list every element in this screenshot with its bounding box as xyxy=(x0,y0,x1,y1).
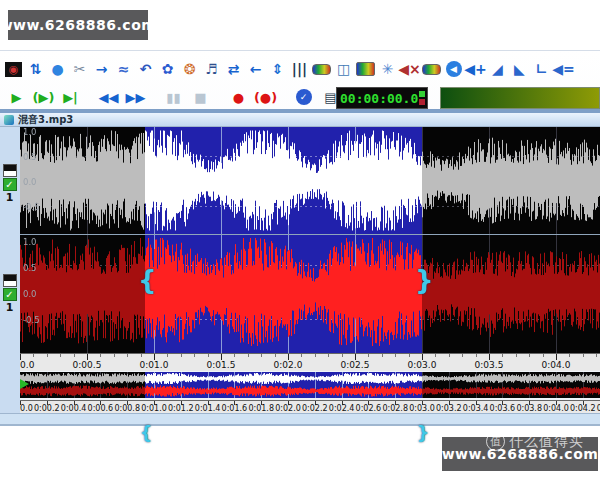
pause-button[interactable]: ▮▮ xyxy=(160,86,187,108)
cut-scissors-icon[interactable]: ✂ xyxy=(69,58,90,81)
gradient-pill-icon-glyph xyxy=(312,64,331,75)
selection-end-handle[interactable]: } xyxy=(415,267,434,293)
color-wheel-icon-glyph: ❂ xyxy=(184,61,196,77)
playback-start-marker[interactable] xyxy=(20,379,29,389)
volume-restore-icon[interactable]: ◣ xyxy=(509,58,530,81)
overview-time-label: 0:03.8 xyxy=(516,404,542,413)
time-label: 0:02.0 xyxy=(274,360,303,370)
amplitude-label: 0.0 xyxy=(23,290,37,299)
stop-button-glyph: ■ xyxy=(194,90,206,105)
notation-sheet-icon-glyph: ♬ xyxy=(205,61,218,77)
grab-sphere-icon-glyph: ● xyxy=(51,61,63,77)
expand-vertical-icon[interactable]: ⇅ xyxy=(25,58,46,81)
arrow-left-icon-glyph: ← xyxy=(250,61,262,77)
channel-2-enable-button[interactable]: ✓ xyxy=(3,288,17,301)
volume-max-icon[interactable]: ◢ xyxy=(487,58,508,81)
monitor-check-button[interactable]: ✓ xyxy=(290,86,317,108)
play-all-button-glyph: ▶| xyxy=(63,90,78,105)
device-monitor-icon[interactable]: ◉ xyxy=(3,58,24,81)
record-button-glyph: ● xyxy=(233,90,244,105)
swap-direction-icon[interactable]: ⇄ xyxy=(223,58,244,81)
curtain-doors-icon[interactable]: ◫ xyxy=(333,58,354,81)
time-label: 0:04.0 xyxy=(542,360,571,370)
record-button[interactable]: ● xyxy=(225,86,252,108)
sphere-updown-icon-glyph: ⇕ xyxy=(272,61,284,77)
mixer-gradient-icon[interactable] xyxy=(355,58,376,81)
spark-icon-glyph: ✳ xyxy=(382,61,394,77)
overview-time-label: 0:03.4 xyxy=(463,404,489,413)
arrow-left-icon[interactable]: ← xyxy=(245,58,266,81)
finish-marker-icon[interactable]: ∟ xyxy=(531,58,552,81)
play-all-button[interactable]: ▶| xyxy=(57,86,84,108)
time-label: 0:03.5 xyxy=(475,360,504,370)
play-button[interactable]: ▶ xyxy=(3,86,30,108)
record-selection-button[interactable]: (●) xyxy=(252,86,279,108)
amplitude-label: -0.5 xyxy=(23,316,40,325)
overlay-watermark-logo: 值 xyxy=(486,432,505,451)
fast-forward-button[interactable]: ▶▶ xyxy=(122,86,149,108)
time-label: 0:03.0 xyxy=(408,360,437,370)
sphere-updown-icon[interactable]: ⇕ xyxy=(267,58,288,81)
pause-button-glyph: ▮▮ xyxy=(166,90,180,105)
volume-max-icon-glyph: ◢ xyxy=(492,61,503,77)
equalizer-sliders-icon[interactable]: ||| xyxy=(289,58,310,81)
audio-editor-window: ◉⇅●✂→≈↶✿❂♬⇄←⇕|||◫✳◀×◀◀+◢◣∟◀= ▶(▶)▶|◀◀▶▶▮… xyxy=(0,50,600,426)
channel-1-number: 1 xyxy=(6,192,14,203)
overview-time-label: 0:00.8 xyxy=(114,404,140,413)
color-wheel-icon[interactable]: ❂ xyxy=(179,58,200,81)
overview-selection-end-handle[interactable]: } xyxy=(417,425,429,442)
curtain-doors-icon-glyph: ◫ xyxy=(337,61,350,77)
overview-time-label: 0:00.6 xyxy=(88,404,114,413)
record-selection-button-glyph: (●) xyxy=(254,90,277,105)
expand-vertical-icon-glyph: ⇅ xyxy=(30,61,42,77)
watermark-top: www.6268886.com xyxy=(8,10,148,40)
play-selection-button[interactable]: (▶) xyxy=(30,86,57,108)
paste-arrow-icon[interactable]: → xyxy=(91,58,112,81)
overview-selection-start-handle[interactable]: { xyxy=(140,425,152,442)
gradient-pill-icon[interactable] xyxy=(311,58,332,81)
fast-forward-button-glyph: ▶▶ xyxy=(126,90,146,105)
notation-sheet-icon[interactable]: ♬ xyxy=(201,58,222,81)
overview-time-label: 0:00.0 xyxy=(20,404,33,413)
screenshot-stage: www.6268886.com ◉⇅●✂→≈↶✿❂♬⇄←⇕|||◫✳◀×◀◀+◢… xyxy=(0,0,600,480)
overview-time-label: 0:00.4 xyxy=(61,404,87,413)
ruler-left-gap xyxy=(0,353,20,370)
overview-time-label: 0:02.2 xyxy=(302,404,328,413)
grab-sphere-icon[interactable]: ● xyxy=(47,58,68,81)
speaker-level-icon[interactable]: ◀= xyxy=(553,58,574,81)
time-label: 0:00.0 xyxy=(20,360,34,370)
overview-time-label: 0:01.6 xyxy=(222,404,248,413)
speaker-mute-icon[interactable]: ◀× xyxy=(399,58,420,81)
speaker-adjust-icon[interactable]: ◀+ xyxy=(465,58,486,81)
level-meter xyxy=(440,87,600,109)
channel-2-mode-button[interactable] xyxy=(3,274,17,287)
overview-time-label: 0:02.6 xyxy=(356,404,382,413)
channel-1-enable-button[interactable]: ✓ xyxy=(3,178,17,191)
selection-start-handle[interactable]: { xyxy=(138,267,157,293)
rewind-button[interactable]: ◀◀ xyxy=(95,86,122,108)
spectrum-box-icon[interactable] xyxy=(421,58,442,81)
waveform-overview[interactable] xyxy=(20,372,600,398)
main-toolbar: ◉⇅●✂→≈↶✿❂♬⇄←⇕|||◫✳◀×◀◀+◢◣∟◀= xyxy=(3,55,597,83)
time-display: 00:00:00.0 xyxy=(336,87,428,109)
stop-button[interactable]: ■ xyxy=(187,86,214,108)
channel-1-mode-button[interactable] xyxy=(3,164,17,177)
overview-time-label: 0:02.8 xyxy=(382,404,408,413)
undo-icon[interactable]: ↶ xyxy=(135,58,156,81)
gear-icon[interactable]: ✿ xyxy=(157,58,178,81)
overview-time-label: 0:02.0 xyxy=(275,404,301,413)
wave-gain-icon-glyph: ≈ xyxy=(118,61,130,77)
overview-time-label: 0:03.6 xyxy=(490,404,516,413)
speaker-adjust-icon-glyph: ◀+ xyxy=(464,61,487,77)
spark-icon[interactable]: ✳ xyxy=(377,58,398,81)
wave-gain-icon[interactable]: ≈ xyxy=(113,58,134,81)
overview-time-label: 0:00.2 xyxy=(34,404,60,413)
speaker-round-icon[interactable]: ◀ xyxy=(443,58,464,81)
document-titlebar[interactable]: 混音3.mp3 xyxy=(0,113,600,127)
waveform-main[interactable] xyxy=(20,127,600,353)
overview-time-label: 0:04.2 xyxy=(570,404,596,413)
undo-icon-glyph: ↶ xyxy=(140,61,152,77)
red-led xyxy=(419,99,425,105)
overview-time-label: 0:01.2 xyxy=(168,404,194,413)
time-label: 0:01.5 xyxy=(207,360,236,370)
